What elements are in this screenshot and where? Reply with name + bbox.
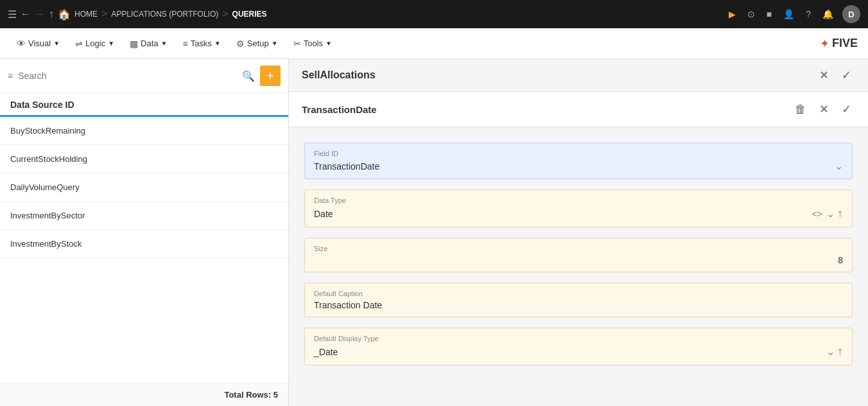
size-group: Size 8: [304, 238, 853, 272]
filter-icon: ≡: [8, 71, 13, 81]
sep1: >: [101, 8, 107, 20]
sub-panel-title: TransactionDate: [302, 104, 791, 115]
home-breadcrumb[interactable]: HOME: [74, 10, 98, 19]
data-type-value: Date: [314, 209, 812, 219]
default-display-type-group: Default Display Type _Date ⌄ ↑: [304, 328, 853, 366]
toolbar-data[interactable]: ▦ Data ▼: [123, 35, 173, 53]
sub-panel-delete-btn[interactable]: 🗑: [791, 101, 810, 118]
tools-icon: ✂: [293, 39, 301, 49]
avatar[interactable]: D: [842, 5, 860, 23]
panel-confirm-btn[interactable]: ✓: [838, 67, 855, 84]
sidebar-footer: Total Rows: 5: [0, 383, 288, 406]
data-type-arrow-icon: ↑: [837, 207, 843, 220]
right-panel: SellAllocations ✕ ✓ TransactionDate 🗑 ✕ …: [289, 59, 868, 406]
default-caption-group: Default Caption Transaction Date: [304, 283, 853, 317]
main-content: ≡ 🔍 + Data Source ID BuyStockRemaining C…: [0, 59, 868, 406]
default-caption-value: Transaction Date: [314, 300, 843, 310]
menu-icon[interactable]: ☰: [8, 8, 17, 21]
five-logo-text: FIVE: [832, 37, 858, 50]
toolbar-setup[interactable]: ⚙ Setup ▼: [230, 35, 284, 53]
queries-breadcrumb[interactable]: QUERIES: [232, 10, 267, 19]
default-display-arrow-icon: ↑: [837, 345, 843, 358]
toolbar-visual[interactable]: 👁 Visual ▼: [10, 35, 66, 53]
tasks-icon: ≡: [182, 39, 187, 49]
sub-panel-bar: TransactionDate 🗑 ✕ ✓: [289, 92, 868, 127]
search-icon[interactable]: 🔍: [242, 70, 255, 82]
size-label: Size: [314, 245, 843, 252]
list-item[interactable]: InvestmentBySector: [0, 202, 288, 230]
help-btn[interactable]: ?: [803, 6, 813, 22]
toolbar: 👁 Visual ▼ ⇌ Logic ▼ ▦ Data ▼ ≡ Tasks ▼ …: [0, 28, 868, 59]
up-icon[interactable]: ↑: [49, 8, 54, 20]
default-display-dropdown-icon[interactable]: ⌄: [826, 346, 835, 358]
user-nav-btn[interactable]: 👤: [781, 6, 797, 22]
toolbar-tasks[interactable]: ≡ Tasks ▼: [176, 35, 227, 53]
default-display-type-value: _Date: [314, 347, 826, 357]
total-rows-label: Total Rows: 5: [224, 390, 278, 400]
toolbar-tools[interactable]: ✂ Tools ▼: [287, 35, 338, 53]
toolbar-logo: ✦ FIVE: [820, 37, 858, 51]
default-display-type-row: _Date ⌄ ↑: [314, 345, 843, 358]
visual-icon: 👁: [17, 39, 26, 49]
field-id-dropdown-icon[interactable]: ⌄: [835, 160, 843, 172]
panel-title: SellAllocations: [302, 69, 815, 81]
list-item[interactable]: InvestmentByStock: [0, 230, 288, 258]
sub-panel-confirm-btn[interactable]: ✓: [838, 101, 855, 118]
play-btn[interactable]: ▶: [726, 6, 738, 22]
data-icon: ▦: [130, 39, 138, 49]
search-nav-btn[interactable]: ⊙: [745, 6, 758, 22]
panel-close-btn[interactable]: ✕: [815, 67, 833, 84]
forward-icon[interactable]: →: [35, 8, 45, 20]
search-input[interactable]: [18, 71, 237, 81]
sidebar: ≡ 🔍 + Data Source ID BuyStockRemaining C…: [0, 59, 289, 406]
setup-icon: ⚙: [236, 39, 245, 49]
app-breadcrumb[interactable]: APPLICATIONS (PORTFOLIO): [111, 10, 218, 19]
size-value: 8: [838, 255, 843, 265]
data-type-group: Data Type Date <> ⌄ ↑: [304, 190, 853, 227]
field-id-group: Field ID TransactionDate ⌄: [304, 143, 853, 179]
data-type-dropdown-icon[interactable]: ⌄: [826, 207, 835, 220]
default-caption-label: Default Caption: [314, 290, 843, 297]
home-icon[interactable]: 🏠: [58, 8, 71, 21]
code-icon: <>: [812, 209, 822, 219]
data-type-row: Date <> ⌄ ↑: [314, 207, 843, 220]
field-id-label: Field ID: [314, 150, 843, 157]
field-id-value: TransactionDate: [314, 161, 835, 172]
sidebar-search-bar: ≡ 🔍 +: [0, 59, 288, 93]
sub-panel-close-btn[interactable]: ✕: [815, 101, 833, 118]
sidebar-header: Data Source ID: [0, 93, 288, 117]
panel-actions: ✕ ✓: [815, 67, 855, 84]
back-icon[interactable]: ←: [21, 8, 31, 20]
top-nav: ☰ ← → ↑ 🏠 HOME > APPLICATIONS (PORTFOLIO…: [0, 0, 868, 28]
form-area: Field ID TransactionDate ⌄ Data Type Dat…: [289, 127, 868, 381]
sep2: >: [222, 8, 228, 20]
add-button[interactable]: +: [260, 66, 281, 86]
sub-panel-actions: 🗑 ✕ ✓: [791, 101, 855, 118]
five-star-icon: ✦: [820, 37, 829, 51]
stop-btn[interactable]: ■: [764, 6, 774, 22]
bell-btn[interactable]: 🔔: [820, 6, 836, 22]
size-row: 8: [314, 255, 843, 265]
list-item[interactable]: CurrentStockHolding: [0, 145, 288, 173]
panel-title-bar: SellAllocations ✕ ✓: [289, 59, 868, 92]
default-display-type-label: Default Display Type: [314, 335, 843, 342]
toolbar-logic[interactable]: ⇌ Logic ▼: [69, 35, 121, 53]
list-item[interactable]: BuyStockRemaining: [0, 117, 288, 145]
list-item[interactable]: DailyVolumeQuery: [0, 173, 288, 202]
logic-icon: ⇌: [75, 39, 83, 49]
field-id-row: TransactionDate ⌄: [314, 160, 843, 172]
data-type-label: Data Type: [314, 197, 843, 204]
sidebar-list: BuyStockRemaining CurrentStockHolding Da…: [0, 117, 288, 383]
